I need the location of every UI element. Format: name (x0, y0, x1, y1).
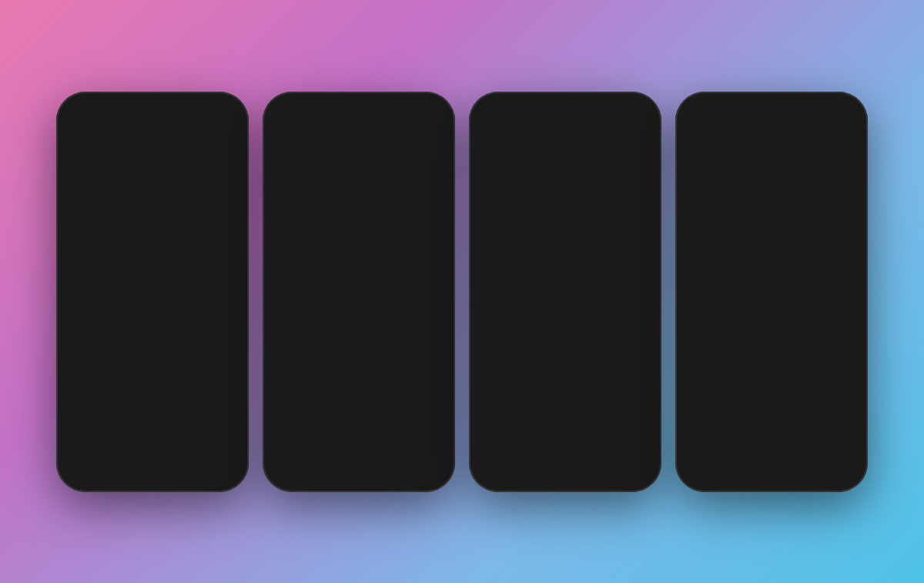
messenger-icon-2[interactable]: 💬 (417, 123, 438, 145)
family-join-btn[interactable]: Join (808, 270, 849, 283)
post-placeholder-4[interactable]: What's on your mind? (720, 164, 851, 173)
photo-icon-4: 🖼️ (731, 191, 739, 199)
learn-more-btn[interactable]: Learn More (78, 334, 150, 350)
post-author-info-4: Joe Matheson Thursday at 2:04 PM (715, 387, 772, 402)
photo-btn-1[interactable]: 🖼️ Photo (109, 189, 144, 200)
room-discover-row[interactable]: 👥 Who can discover and join? Friends › (298, 414, 420, 451)
post-more-btn-4[interactable]: ··· (844, 387, 854, 401)
chevron-icon-1: › (417, 391, 420, 400)
messenger-icon-1[interactable]: 💬 (210, 123, 232, 145)
messenger-icon-4[interactable]: 💬 (829, 123, 851, 145)
joel-story-4[interactable]: Joel Holzer (823, 305, 860, 366)
nav-home-1[interactable]: 🏠 (69, 461, 96, 480)
back-btn-3[interactable]: ‹ (487, 240, 643, 253)
nav-notifications-4[interactable]: 🔔 (795, 461, 822, 480)
your-story-thumb (115, 369, 155, 421)
room-setting-text-3: Start time Now (326, 460, 414, 476)
fb-logo-1: facebook (73, 124, 145, 144)
banner-avatar-5: 🧒 (179, 245, 227, 267)
room-btn-4[interactable]: 🟣 Room (768, 189, 804, 200)
nav-menu-1[interactable]: ☰ (213, 461, 236, 480)
post-placeholder-2: What's on your mind? (307, 164, 438, 173)
nav-video-4[interactable]: ▶ (725, 461, 747, 480)
room-lock-text: You have to be in your room for others t… (517, 424, 643, 454)
status-bar-2: 2:04 ▲WiFi🔋 (270, 101, 447, 119)
search-icon-4[interactable]: 🔍 (802, 123, 823, 145)
room-card-lunch: 🍱 Lunch Club Marie Silva Join (745, 219, 797, 288)
rooms-promo-card: ✕ f 👩 🧑 (70, 217, 235, 358)
messenger-icon-3[interactable]: 💬 (623, 123, 644, 145)
ella-room-name: Ella's Room (695, 250, 735, 258)
room-link-section: msngr.com/XGD76us Copy link to invite fr… (298, 343, 420, 371)
fb-header-icons-1: 🔍 💬 (182, 123, 232, 145)
lunch-join-btn[interactable]: Join (751, 270, 792, 283)
kim-story-avatar (162, 372, 175, 384)
joel-story-label: Joel Holzer (204, 423, 241, 430)
live-btn-1[interactable]: 🔴 Live (73, 189, 102, 200)
fb-header-3: facebook 🔍 💬 (477, 119, 654, 152)
family-room-avatar: ❤️ (815, 224, 840, 249)
chevron-icon-2: › (417, 427, 420, 436)
learn-item-text-3: Room locking You have to be in your room… (517, 413, 643, 454)
photo-icon-1: 🖼️ (112, 191, 120, 199)
learn-item-text-1: Room visibility When you create a room, … (517, 284, 643, 334)
ella-join-btn[interactable]: Join (695, 270, 735, 283)
room-setting-text-1: Room activity Ella's Room (326, 387, 414, 404)
add-story-4[interactable]: + Add to Story (689, 305, 729, 366)
banner-col-1: 👩 (78, 245, 126, 291)
kim-story-4[interactable]: Kim Smith (778, 305, 819, 366)
visibility-text: When you create a room, Facebook shows y… (517, 296, 643, 334)
banner-avatar-2: 👩 (78, 269, 126, 291)
search-icon-2[interactable]: 🔍 (389, 123, 410, 145)
room-name-display: 👋 Ella's Room (298, 322, 420, 334)
your-story-4[interactable]: Your Story (734, 305, 774, 366)
create-room-btn-1[interactable]: Create Room (155, 334, 227, 350)
post-box-2-bg: 👤 What's on your mind? (270, 152, 447, 186)
live-btn-4[interactable]: 🔴 Live (692, 189, 721, 200)
search-icon-3[interactable]: 🔍 (595, 123, 617, 145)
room-link-url: msngr.com/XGD76us (306, 350, 412, 358)
your-story-thumb-4 (734, 305, 774, 357)
room-activity-row[interactable]: 🔥 Room activity Ella's Room › (298, 379, 420, 414)
user-avatar-4: 👤 (692, 158, 714, 179)
phones-container: 2:04 ▲ WiFi 🔋 facebook 🔍 💬 (41, 76, 883, 508)
joel-story-thumb-4 (823, 305, 860, 357)
ella-online-dot (721, 242, 727, 248)
kim-story-item[interactable]: Kim Smith (159, 369, 199, 430)
nav-groups-4[interactable]: 👥 (757, 461, 785, 480)
status-icons-1: ▲ WiFi 🔋 (192, 107, 227, 115)
phone-2: 2:04 ▲WiFi🔋 facebook 🔍 💬 👤 What's on you… (263, 92, 455, 492)
photo-btn-4[interactable]: 🖼️ Photo (728, 189, 763, 200)
link-sharing-title: Link sharing (517, 343, 643, 353)
room-lock-title: Room locking (517, 413, 643, 422)
live-icon-4: 🔴 (695, 191, 703, 198)
post-placeholder-1[interactable]: What's on your mind? (101, 164, 232, 173)
lunch-room-sub: Marie Silva (756, 260, 787, 266)
kim-story-avatar-4 (782, 308, 794, 320)
status-bar-3: 2:04 ▲WiFi🔋 (477, 101, 654, 119)
joel-story-item[interactable]: Joel Holzer (204, 369, 241, 430)
room-activity-value: Ella's Room (326, 396, 414, 404)
rooms-card-desc: Share a link to group video chat with yo… (78, 310, 227, 328)
room-menu-dots[interactable]: ··· (298, 260, 420, 273)
your-story-item[interactable]: Your Story (115, 369, 155, 430)
banner-area: 👩 🧑 🧒 💬 (78, 245, 227, 291)
close-card-btn[interactable]: ✕ (215, 223, 229, 237)
add-story-item[interactable]: + Add to Story (70, 369, 110, 430)
room-btn-1[interactable]: 🟣 Room (149, 189, 185, 200)
post-actions-4: 🔴 Live 🖼️ Photo 🟣 Room (683, 186, 860, 213)
rooms-feed-section: 👋 Ella's Room Your room Join 🍱 Lunch Clu… (683, 213, 860, 299)
nav-notifications-1[interactable]: 🔔 (176, 461, 203, 480)
nav-home-4[interactable]: 🏠 (688, 461, 715, 480)
room-starttime-label: Start time (326, 460, 414, 468)
learn-item-lock: 🔒 Room locking You have to be in your ro… (487, 413, 643, 454)
room-starttime-value: Now (326, 468, 414, 476)
search-icon-1[interactable]: 🔍 (182, 123, 204, 145)
joel-story-avatar-4 (826, 308, 839, 320)
room-starttime-row[interactable]: 🕐 Start time Now › (298, 451, 420, 483)
nav-groups-1[interactable]: 👥 (138, 461, 166, 480)
post-author-name-4: Joe Matheson (715, 387, 772, 395)
nav-video-1[interactable]: ▶ (106, 461, 128, 480)
banner-avatar-6 (179, 269, 227, 291)
nav-menu-4[interactable]: ☰ (832, 461, 855, 480)
